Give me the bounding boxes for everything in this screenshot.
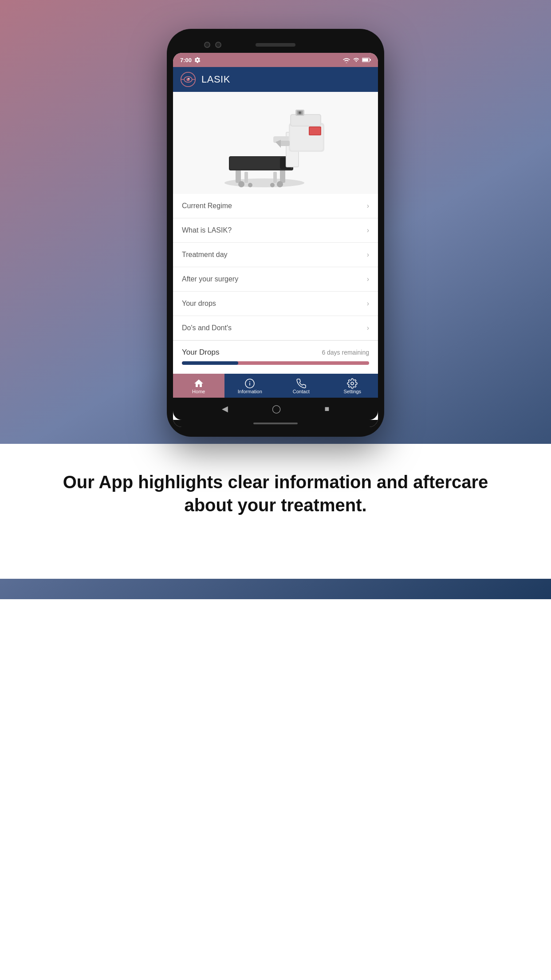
nav-item-information[interactable]: Information [224,374,276,398]
svg-rect-21 [310,127,320,134]
svg-point-29 [299,112,301,114]
front-camera-right [215,42,221,48]
svg-rect-25 [291,115,320,126]
nav-item-settings[interactable]: Settings [327,374,378,398]
status-time: 7:00 [180,57,201,63]
progress-bar-background [182,361,369,365]
home-button[interactable]: ◯ [272,404,281,414]
nav-label-home: Home [192,389,205,394]
home-icon [193,378,204,389]
caption-text: Our App highlights clear information and… [0,444,551,552]
svg-rect-22 [280,141,290,146]
chevron-icon-dos-donts: › [367,324,369,332]
svg-point-6 [188,78,189,79]
hero-image-area [173,92,378,194]
menu-item-after-surgery[interactable]: After your surgery › [173,267,378,292]
back-button[interactable]: ◀ [222,404,228,414]
svg-rect-9 [280,170,285,183]
gesture-bar-area [173,420,378,427]
menu-item-treatment-day[interactable]: Treatment day › [173,243,378,267]
android-nav-bar: ◀ ◯ ■ [173,398,378,420]
svg-point-32 [248,183,252,187]
status-icons [342,57,371,63]
svg-point-30 [238,181,244,187]
recents-button[interactable]: ■ [325,404,330,414]
app-title: LASIK [201,74,230,85]
svg-point-31 [277,181,283,187]
svg-rect-1 [362,59,368,61]
svg-rect-2 [370,59,371,61]
chevron-icon-your-drops: › [367,300,369,308]
chevron-icon-treatment-day: › [367,251,369,259]
drops-title: Your Drops [182,348,219,357]
battery-icon [362,57,371,63]
wifi-icon [342,57,350,63]
menu-item-what-is-lasik[interactable]: What is LASIK? › [173,218,378,243]
front-camera-left [204,42,210,48]
nav-label-contact: Contact [293,389,310,394]
nav-item-home[interactable]: Home [173,374,224,398]
app-logo-icon [180,71,196,87]
chevron-icon-current-regime: › [367,202,369,210]
settings-status-icon [194,57,201,63]
status-bar: 7:00 [173,53,378,67]
bottom-nav: Home Information [173,374,378,398]
gesture-indicator [253,423,298,424]
menu-list: Current Regime › What is LASIK? › Treatm… [173,194,378,340]
drops-remaining: 6 days remaining [322,349,369,356]
nav-item-contact[interactable]: Contact [276,374,327,398]
progress-bar-fill [182,361,238,365]
lasik-machine-illustration [211,96,340,190]
menu-item-your-drops[interactable]: Your drops › [173,292,378,316]
svg-point-37 [351,382,354,385]
settings-icon [347,378,358,389]
svg-rect-10 [244,172,248,183]
nav-label-information: Information [238,389,262,394]
chevron-icon-what-is-lasik: › [367,226,369,234]
svg-rect-11 [273,172,277,183]
signal-icon [353,57,359,63]
contact-icon [296,378,307,389]
nav-label-settings: Settings [343,389,361,394]
drops-section: Your Drops 6 days remaining [173,340,378,374]
svg-rect-8 [236,170,241,183]
information-icon [244,378,255,389]
menu-item-current-regime[interactable]: Current Regime › [173,194,378,218]
chevron-icon-after-surgery: › [367,275,369,283]
menu-item-dos-donts[interactable]: Do's and Dont's › [173,316,378,340]
phone-speaker [256,43,295,47]
app-bar: LASIK [173,67,378,92]
svg-point-33 [270,183,275,187]
